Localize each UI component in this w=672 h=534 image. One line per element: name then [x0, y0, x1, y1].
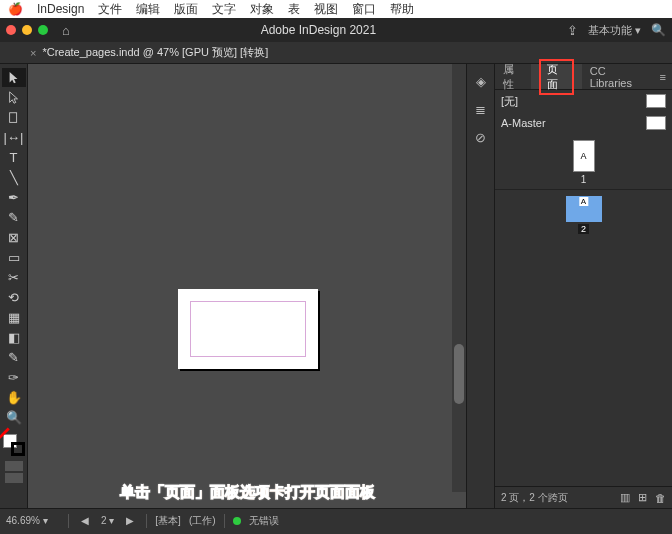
note-tool[interactable]: ✎	[2, 348, 26, 367]
menu-edit[interactable]: 编辑	[136, 1, 160, 18]
close-tab-icon[interactable]: ×	[30, 47, 36, 59]
gap-tool[interactable]: |↔|	[2, 128, 26, 147]
edit-page-size-icon[interactable]: ▥	[620, 491, 630, 504]
master-pages-section: [无] A-Master A 1	[495, 90, 672, 190]
maximize-window[interactable]	[38, 25, 48, 35]
page-navigator[interactable]: 2 ▾	[101, 515, 114, 526]
share-icon[interactable]: ⇪	[567, 23, 578, 38]
collapsed-panels-strip: ◈ ≣ ⊘	[466, 64, 494, 508]
app-title: Adobe InDesign 2021	[76, 23, 561, 37]
vertical-scrollbar[interactable]	[452, 64, 466, 492]
fill-stroke-swatch[interactable]	[3, 434, 25, 456]
stroke-swatch[interactable]	[11, 442, 25, 456]
page-margin-guide	[190, 301, 306, 357]
free-transform-tool[interactable]: ⟲	[2, 288, 26, 307]
pen-tool[interactable]: ✒	[2, 188, 26, 207]
mac-menubar: 🍎 InDesign 文件 编辑 版面 文字 对象 表 视图 窗口 帮助	[0, 0, 672, 18]
panel-tabs: 属性 页面 CC Libraries ≡	[495, 64, 672, 90]
page-thumbnail[interactable]: A	[566, 196, 602, 222]
search-icon[interactable]: 🔍	[651, 23, 666, 37]
page-number-badge: 2	[578, 224, 589, 234]
gradient-feather-tool[interactable]: ◧	[2, 328, 26, 347]
direct-selection-tool[interactable]	[2, 88, 26, 107]
color-mode-icons[interactable]	[5, 461, 23, 483]
gradient-swatch-tool[interactable]: ▦	[2, 308, 26, 327]
tools-panel: |↔| T ╲ ✒ ✎ ⊠ ▭ ✂ ⟲ ▦ ◧ ✎ ✑ ✋ 🔍	[0, 64, 28, 508]
rectangle-frame-tool[interactable]: ⊠	[2, 228, 26, 247]
status-bar: 46.69% ▾ ◀ 2 ▾ ▶ [基本] (工作) 无错误	[0, 508, 672, 532]
tutorial-annotation: 单击「页面」面板选项卡打开页面面板	[120, 483, 375, 502]
hand-tool[interactable]: ✋	[2, 388, 26, 407]
type-tool[interactable]: T	[2, 148, 26, 167]
master-a-row[interactable]: A-Master	[495, 112, 672, 134]
document-tab[interactable]: × *Create_pages.indd @ 47% [GPU 预览] [转换]	[30, 45, 268, 60]
master-none-thumb	[646, 94, 666, 108]
master-thumb-1[interactable]: A 1	[573, 140, 595, 185]
menu-window[interactable]: 窗口	[352, 1, 376, 18]
tab-pages[interactable]: 页面	[531, 64, 582, 89]
scrollbar-thumb[interactable]	[454, 344, 464, 404]
rectangle-tool[interactable]: ▭	[2, 248, 26, 267]
preflight-errors-label[interactable]: 无错误	[249, 514, 279, 528]
pencil-tool[interactable]: ✎	[2, 208, 26, 227]
document-canvas[interactable]: 单击「页面」面板选项卡打开页面面板	[28, 64, 466, 508]
menu-file[interactable]: 文件	[98, 1, 122, 18]
page-thumb-2[interactable]: A 2	[566, 196, 602, 234]
svg-rect-0	[9, 112, 16, 122]
minimize-window[interactable]	[22, 25, 32, 35]
page-spread[interactable]	[178, 289, 318, 369]
menu-help[interactable]: 帮助	[390, 1, 414, 18]
menu-table[interactable]: 表	[288, 1, 300, 18]
prev-spread-icon[interactable]: ◀	[77, 515, 93, 526]
zoom-tool[interactable]: 🔍	[2, 408, 26, 427]
window-controls	[6, 25, 48, 35]
new-page-icon[interactable]: ⊞	[638, 491, 647, 504]
tab-cc-libraries[interactable]: CC Libraries	[582, 64, 654, 89]
menu-layout[interactable]: 版面	[174, 1, 198, 18]
pages-panel-footer: 2 页，2 个跨页 ▥ ⊞ 🗑	[495, 486, 672, 508]
workspace-switcher[interactable]: 基本功能 ▾	[588, 23, 641, 38]
close-window[interactable]	[6, 25, 16, 35]
links-panel-icon[interactable]: ⊘	[472, 128, 490, 146]
pages-count-label: 2 页，2 个跨页	[501, 491, 612, 505]
app-titlebar: ⌂ Adobe InDesign 2021 ⇪ 基本功能 ▾ 🔍	[0, 18, 672, 42]
apple-menu[interactable]: 🍎	[8, 2, 23, 16]
document-tab-label: *Create_pages.indd @ 47% [GPU 预览] [转换]	[42, 45, 268, 60]
properties-panel-icon[interactable]: ◈	[472, 72, 490, 90]
page-tool[interactable]	[2, 108, 26, 127]
pages-thumbnails-section: A 2	[495, 190, 672, 486]
layers-panel-icon[interactable]: ≣	[472, 100, 490, 118]
master-none-row[interactable]: [无]	[495, 90, 672, 112]
scissors-tool[interactable]: ✂	[2, 268, 26, 287]
menu-object[interactable]: 对象	[250, 1, 274, 18]
basic-label: [基本]	[155, 514, 181, 528]
pages-panel: 属性 页面 CC Libraries ≡ [无] A-Master A 1	[494, 64, 672, 508]
master-a-thumb	[646, 116, 666, 130]
eyedropper-tool[interactable]: ✑	[2, 368, 26, 387]
app-menu[interactable]: InDesign	[37, 2, 84, 16]
preflight-status-icon[interactable]	[233, 517, 241, 525]
next-spread-icon[interactable]: ▶	[122, 515, 138, 526]
tab-properties[interactable]: 属性	[495, 64, 531, 89]
menu-view[interactable]: 视图	[314, 1, 338, 18]
delete-page-icon[interactable]: 🗑	[655, 492, 666, 504]
menu-type[interactable]: 文字	[212, 1, 236, 18]
line-tool[interactable]: ╲	[2, 168, 26, 187]
zoom-level[interactable]: 46.69% ▾	[6, 515, 60, 526]
work-label: (工作)	[189, 514, 216, 528]
panel-menu-icon[interactable]: ≡	[654, 71, 672, 83]
home-icon[interactable]: ⌂	[62, 23, 70, 38]
selection-tool[interactable]	[2, 68, 26, 87]
